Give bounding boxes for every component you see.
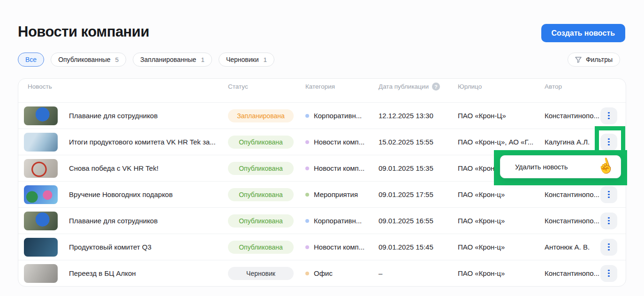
news-thumbnail [24,159,58,178]
legal-entity: ПАО «Крон-ц» [458,190,545,198]
tab-label: Запланированные [140,56,196,63]
author: Константинопо... [545,112,597,120]
author: Константинопо... [545,217,597,225]
filters-button[interactable]: Фильтры [568,53,620,67]
row-menu-button[interactable] [600,239,617,256]
category-cell: Офис [305,269,379,277]
news-title: Снова победа с VK HR Tek! [69,164,228,172]
category-label: Корпоративн... [314,112,362,120]
create-news-button[interactable]: Создать новость [541,24,625,42]
category-cell: Новости комп... [305,243,379,251]
filter-tabs: Все Опубликованные 5 Запланированные 1 Ч… [18,53,274,67]
category-dot-icon [305,245,309,249]
col-header-news: Новость [24,83,228,90]
news-thumbnail [24,238,58,257]
funnel-icon [575,57,582,63]
news-title: Плавание для сотрудников [69,217,228,225]
col-header-status: Статус [228,83,305,90]
category-cell: Корпоративн... [305,112,379,120]
legal-entity: ПАО «Крон-Ц» [458,112,545,120]
category-label: Корпоративн... [314,217,362,225]
row-context-menu: Удалить новость ☝ [500,155,621,178]
tab-label: Опубликованные [58,56,110,63]
publish-date: 09.01.2025 15:35 [379,164,458,172]
col-header-category: Категория [305,83,379,90]
category-label: Новости комп... [314,138,364,146]
category-dot-icon [305,193,309,197]
tab-count: 1 [201,56,205,63]
status-badge: Опубликована [228,136,294,149]
table-row[interactable]: Плавание для сотрудников Запланирована К… [18,102,626,129]
publish-date: 15.02.2025 15:55 [379,138,458,146]
category-cell: Мероприятия [305,190,379,198]
col-header-date: Дата публикации ? [379,83,458,91]
publish-date: 12.12.2025 13:30 [379,112,458,120]
author: Антонюк А. В. [545,243,597,251]
news-thumbnail [24,212,58,230]
status-badge: Опубликована [228,162,294,175]
category-label: Новости комп... [314,164,364,172]
tab-all[interactable]: Все [18,53,44,67]
publish-date: 09.01.2025 16:55 [379,217,458,225]
legal-entity: ПАО «Крон-ц» [458,269,545,277]
table-row[interactable]: Плавание для сотрудников Опубликована Ко… [18,207,626,234]
tab-label: Черновики [226,56,259,63]
author: Калугина А.Л. [545,138,597,146]
status-badge: Запланирована [228,109,294,122]
publish-date: – [379,269,458,277]
news-thumbnail [24,264,58,283]
category-cell: Корпоративн... [305,217,379,225]
status-badge: Опубликована [228,188,294,201]
tab-published[interactable]: Опубликованные 5 [51,53,126,67]
news-title: Вручение Новогодних подарков [69,190,228,198]
category-cell: Новости комп... [305,138,379,146]
category-dot-icon [305,219,309,223]
news-title: Продуктовый комитет Q3 [69,243,228,251]
filters-label: Фильтры [586,56,613,63]
tab-drafts[interactable]: Черновики 1 [219,53,274,67]
row-menu-button[interactable] [600,134,617,151]
category-cell: Новости комп... [305,164,379,172]
help-icon[interactable]: ? [432,83,440,91]
status-badge: Опубликована [228,214,294,228]
table-row[interactable]: Переезд в БЦ Алкон Черновик Офис – ПАО «… [18,260,626,286]
table-header-row: Новость Статус Категория Дата публикации… [18,79,626,102]
table-body: Плавание для сотрудников Запланирована К… [18,102,626,286]
news-title: Итоги продуктового комитета VK HR Tek за… [69,138,228,146]
row-menu-button[interactable] [600,186,617,203]
tab-label: Все [25,56,37,63]
author: Константинопо... [545,190,597,198]
category-dot-icon [305,114,309,118]
category-dot-icon [305,167,309,170]
news-title: Переезд в БЦ Алкон [69,269,228,277]
tab-count: 5 [115,56,119,63]
publish-date: 09.01.2025 17:55 [379,190,458,198]
col-header-author: Автор [545,83,597,90]
category-label: Офис [314,269,333,277]
legal-entity: ПАО «Крон-ц» [458,243,545,251]
highlight-box-menu: Удалить новость ☝ [494,150,627,185]
page-title: Новости компании [18,23,149,40]
row-menu-button[interactable] [600,107,617,124]
status-badge: Опубликована [228,241,294,254]
category-dot-icon [305,140,309,144]
news-title: Плавание для сотрудников [69,112,228,120]
publish-date: 09.01.2025 15:45 [379,243,458,251]
tab-scheduled[interactable]: Запланированные 1 [133,53,212,67]
category-label: Новости комп... [314,243,364,251]
category-label: Мероприятия [314,190,358,198]
status-badge: Черновик [228,267,294,280]
tab-count: 1 [264,56,267,63]
news-thumbnail [24,185,58,204]
table-row[interactable]: Продуктовый комитет Q3 Опубликована Ново… [18,234,626,260]
news-thumbnail [24,133,58,152]
col-header-entity: Юрлицо [458,83,545,90]
news-thumbnail [24,106,58,125]
row-menu-button[interactable] [600,265,617,282]
category-dot-icon [305,272,309,275]
legal-entity: ПАО «Крон-ц», АО «Г... [458,138,545,146]
legal-entity: ПАО «Крон-ц» [458,217,545,225]
row-menu-button[interactable] [600,213,617,229]
author: Константинопо... [545,269,597,277]
